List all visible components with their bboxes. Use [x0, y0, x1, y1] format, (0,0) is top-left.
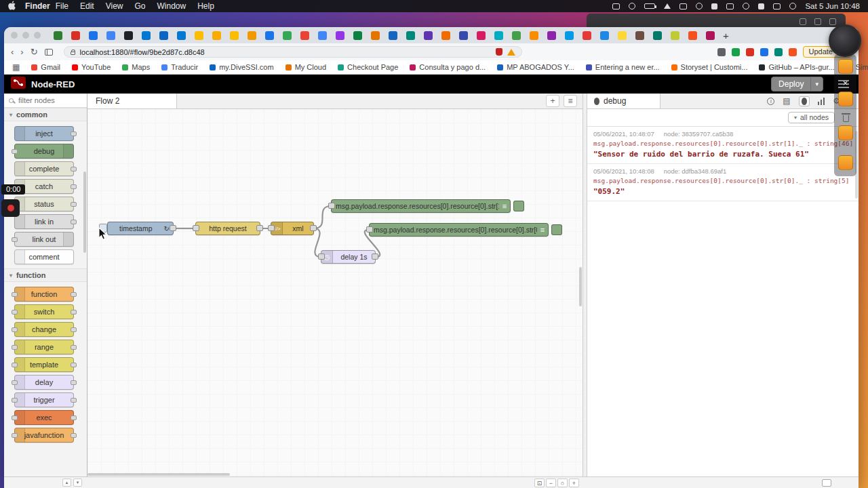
node-output-port[interactable] [310, 225, 317, 231]
node-output-port[interactable] [170, 225, 176, 231]
flow-canvas[interactable]: timestamp↻http request</>xmlmsg.payload.… [87, 109, 583, 476]
bug-icon[interactable] [799, 96, 810, 106]
pinned-tab-favicon[interactable] [318, 31, 327, 40]
bookmark-item[interactable]: Consulta y pago d... [410, 63, 486, 71]
display-icon[interactable] [644, 3, 655, 9]
back-icon[interactable]: ‹ [11, 47, 14, 56]
flow-node-n3[interactable]: </>xml [271, 222, 314, 235]
volume-icon[interactable] [696, 3, 703, 9]
pinned-tab-favicon[interactable] [212, 31, 221, 40]
pinned-tab-favicon[interactable] [424, 31, 433, 40]
bookmark-item[interactable]: Checkout Page [338, 63, 398, 71]
pinned-tab-favicon[interactable] [618, 31, 627, 40]
pinned-tab-favicon[interactable] [336, 31, 344, 40]
pinned-tab-favicon[interactable] [600, 31, 609, 40]
canvas-vertical-scrollbar[interactable] [579, 267, 582, 306]
palette-node-complete[interactable]: complete [14, 161, 74, 176]
pinned-tab-favicon[interactable] [688, 31, 697, 40]
floating-toolbar-button[interactable] [838, 92, 853, 106]
menubar-item-go[interactable]: Go [135, 1, 146, 11]
pinned-tab-favicon[interactable] [89, 31, 98, 40]
pinned-tab-favicon[interactable] [248, 31, 256, 40]
bluetooth-icon[interactable] [711, 3, 717, 9]
new-tab-button[interactable]: + [723, 30, 729, 41]
time-machine-icon[interactable] [726, 3, 734, 9]
flow-node-n4[interactable]: msg.payload.response.resources[0].resour… [331, 199, 511, 213]
deploy-button[interactable]: Deploy ▾ [771, 77, 823, 92]
extension-icon[interactable] [732, 48, 740, 56]
node-input-port[interactable] [193, 225, 199, 231]
wifi-icon[interactable] [679, 3, 687, 9]
bookmark-item[interactable]: Gmail [31, 63, 60, 71]
bookmark-item[interactable]: Traducir [161, 63, 198, 71]
control-center-icon[interactable] [758, 3, 764, 9]
palette-node-inject[interactable]: inject [14, 126, 74, 141]
menubar-item-view[interactable]: View [106, 1, 123, 11]
zoom-reset-button[interactable]: ○ [557, 479, 568, 487]
zoom-out-button[interactable]: − [546, 479, 556, 487]
panel-resize-handle[interactable] [583, 94, 587, 476]
keyboard-brightness-icon[interactable] [629, 3, 635, 9]
extension-icon[interactable] [760, 48, 768, 56]
floating-toolbar-button[interactable] [838, 59, 853, 74]
flow-node-n5[interactable]: msg.payload.response.resources[0].resour… [369, 223, 549, 237]
flow-node-n6[interactable]: ◷delay 1s [321, 250, 376, 264]
palette-node-function[interactable]: function [14, 287, 74, 302]
warning-triangle-icon[interactable] [507, 49, 515, 56]
pinned-tab-favicon[interactable] [530, 31, 538, 40]
menubar-clock[interactable]: Sat 5 Jun 10:48 [805, 2, 860, 10]
pinned-tab-favicon[interactable] [389, 31, 397, 40]
palette-node-switch[interactable]: switch [14, 304, 74, 319]
node-input-port[interactable] [328, 203, 335, 209]
message-property-path[interactable]: msg.payload.response.resources[0].resour… [593, 177, 852, 184]
window-zoom-button[interactable] [34, 32, 41, 39]
bookmark-item[interactable]: Maps [122, 63, 150, 71]
palette-node-delay[interactable]: delay [14, 375, 74, 390]
flow-node-n1[interactable]: timestamp↻ [107, 222, 174, 235]
palette-node-link-out[interactable]: link out [14, 232, 74, 247]
reload-icon[interactable]: ↻ [31, 47, 38, 56]
pinned-tab-favicon[interactable] [371, 31, 380, 40]
pinned-tab-favicon[interactable] [706, 31, 715, 40]
switch-control-icon[interactable] [612, 3, 620, 9]
palette-node-javafunction[interactable]: javafunction [14, 428, 74, 443]
bookmark-item[interactable]: MP ABOGADOS Y... [497, 63, 574, 71]
palette-section-header-function[interactable]: ▾function [4, 268, 87, 282]
extension-icon[interactable] [789, 48, 797, 56]
info-icon[interactable]: i [767, 98, 774, 105]
bookmark-item[interactable]: Entering a new er... [586, 63, 660, 71]
pinned-tab-favicon[interactable] [353, 31, 362, 40]
menubar-item-window[interactable]: Window [157, 1, 186, 11]
zoom-fit-button[interactable]: ⊡ [534, 479, 545, 487]
pinned-tab-favicon[interactable] [142, 31, 151, 40]
extension-icon[interactable] [774, 48, 783, 56]
palette-collapse-down-button[interactable]: ▾ [73, 479, 82, 487]
menubar-app-name[interactable]: Finder [25, 1, 50, 11]
pinned-tab-favicon[interactable] [124, 31, 133, 40]
node-input-port[interactable] [268, 225, 275, 231]
bookmark-item[interactable]: YouTube [72, 63, 111, 71]
pinned-tab-favicon[interactable] [54, 31, 62, 40]
pinned-tab-favicon[interactable] [195, 31, 203, 40]
bookmark-item[interactable]: Storyset | Customi... [671, 63, 748, 71]
add-flow-button[interactable]: + [546, 95, 559, 107]
menubar-item-edit[interactable]: Edit [80, 1, 94, 11]
pinned-tab-favicon[interactable] [159, 31, 168, 40]
spotlight-icon[interactable] [743, 3, 749, 9]
node-output-port[interactable] [372, 253, 378, 260]
side-panel-icon[interactable] [45, 49, 53, 56]
pinned-tab-favicon[interactable] [441, 31, 450, 40]
notification-center-icon[interactable] [789, 3, 796, 9]
pinned-tab-favicon[interactable] [106, 31, 115, 40]
bookmark-item[interactable]: My Cloud [285, 63, 326, 71]
privacy-shield-icon[interactable] [496, 48, 502, 56]
pinned-tab-favicon[interactable] [300, 31, 309, 40]
siri-icon[interactable] [773, 3, 781, 9]
bookmarks-apps-icon[interactable]: ▦ [12, 62, 20, 72]
close-icon[interactable]: × [843, 79, 848, 87]
pinned-tab-favicon[interactable] [512, 31, 521, 40]
record-button[interactable] [1, 199, 20, 217]
pinned-tab-favicon[interactable] [671, 31, 679, 40]
palette-node-exec[interactable]: exec [14, 410, 74, 425]
url-text[interactable]: localhost:1880/#flow/9be2d87c.d8c48 [80, 48, 491, 56]
